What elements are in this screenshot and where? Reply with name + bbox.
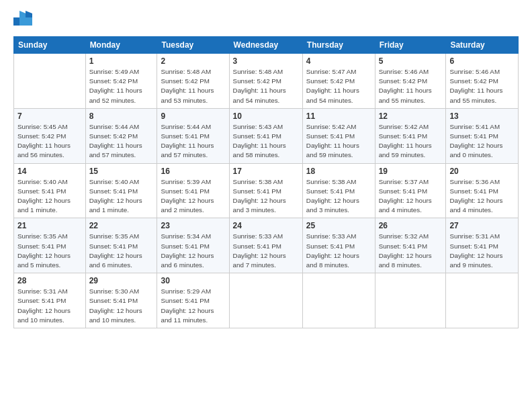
day-cell: 14Sunrise: 5:40 AM Sunset: 5:41 PM Dayli… — [14, 163, 86, 218]
day-cell: 10Sunrise: 5:43 AM Sunset: 5:41 PM Dayli… — [229, 108, 302, 163]
day-number: 14 — [17, 167, 82, 176]
day-cell: 26Sunrise: 5:32 AM Sunset: 5:41 PM Dayli… — [375, 218, 446, 273]
day-number: 8 — [89, 111, 154, 121]
day-cell: 8Sunrise: 5:44 AM Sunset: 5:42 PM Daylig… — [85, 108, 157, 163]
day-number: 2 — [161, 56, 225, 66]
weekday-header-friday: Friday — [375, 37, 446, 54]
calendar-table: SundayMondayTuesdayWednesdayThursdayFrid… — [13, 36, 519, 328]
logo — [13, 12, 35, 27]
day-info: Sunrise: 5:45 AM Sunset: 5:42 PM Dayligh… — [17, 122, 82, 161]
day-info: Sunrise: 5:42 AM Sunset: 5:41 PM Dayligh… — [379, 122, 443, 161]
day-cell: 19Sunrise: 5:37 AM Sunset: 5:41 PM Dayli… — [375, 163, 446, 218]
weekday-header-sunday: Sunday — [14, 37, 86, 54]
day-cell: 9Sunrise: 5:44 AM Sunset: 5:41 PM Daylig… — [157, 108, 229, 163]
day-cell: 18Sunrise: 5:38 AM Sunset: 5:41 PM Dayli… — [302, 163, 375, 218]
day-cell: 6Sunrise: 5:46 AM Sunset: 5:42 PM Daylig… — [446, 54, 519, 109]
day-number: 18 — [306, 167, 371, 176]
day-cell: 7Sunrise: 5:45 AM Sunset: 5:42 PM Daylig… — [14, 108, 86, 163]
day-cell: 16Sunrise: 5:39 AM Sunset: 5:41 PM Dayli… — [157, 163, 229, 218]
day-info: Sunrise: 5:33 AM Sunset: 5:41 PM Dayligh… — [233, 232, 299, 270]
day-cell — [14, 54, 86, 109]
day-info: Sunrise: 5:48 AM Sunset: 5:42 PM Dayligh… — [233, 67, 299, 105]
day-cell: 30Sunrise: 5:29 AM Sunset: 5:41 PM Dayli… — [157, 273, 229, 328]
day-cell: 29Sunrise: 5:30 AM Sunset: 5:41 PM Dayli… — [85, 273, 157, 328]
day-number: 17 — [233, 167, 299, 176]
day-number: 28 — [17, 276, 82, 285]
day-cell: 2Sunrise: 5:48 AM Sunset: 5:42 PM Daylig… — [157, 54, 229, 109]
day-cell — [302, 273, 375, 328]
week-row-4: 21Sunrise: 5:35 AM Sunset: 5:41 PM Dayli… — [14, 218, 519, 273]
weekday-header-saturday: Saturday — [446, 37, 519, 54]
day-info: Sunrise: 5:40 AM Sunset: 5:41 PM Dayligh… — [89, 177, 154, 216]
day-info: Sunrise: 5:49 AM Sunset: 5:42 PM Dayligh… — [89, 67, 154, 105]
day-info: Sunrise: 5:46 AM Sunset: 5:42 PM Dayligh… — [449, 67, 515, 105]
day-info: Sunrise: 5:31 AM Sunset: 5:41 PM Dayligh… — [17, 287, 82, 325]
week-row-3: 14Sunrise: 5:40 AM Sunset: 5:41 PM Dayli… — [14, 163, 519, 218]
header — [13, 12, 519, 27]
week-row-1: 1Sunrise: 5:49 AM Sunset: 5:42 PM Daylig… — [14, 54, 519, 109]
day-cell — [375, 273, 446, 328]
day-cell: 12Sunrise: 5:42 AM Sunset: 5:41 PM Dayli… — [375, 108, 446, 163]
day-number: 1 — [89, 56, 154, 66]
day-info: Sunrise: 5:30 AM Sunset: 5:41 PM Dayligh… — [89, 287, 154, 325]
day-number: 20 — [449, 167, 515, 176]
day-cell: 21Sunrise: 5:35 AM Sunset: 5:41 PM Dayli… — [14, 218, 86, 273]
day-cell: 13Sunrise: 5:41 AM Sunset: 5:41 PM Dayli… — [446, 108, 519, 163]
day-number: 15 — [89, 167, 154, 176]
day-cell: 23Sunrise: 5:34 AM Sunset: 5:41 PM Dayli… — [157, 218, 229, 273]
day-number: 21 — [17, 221, 82, 230]
day-info: Sunrise: 5:44 AM Sunset: 5:41 PM Dayligh… — [161, 122, 225, 161]
day-cell: 24Sunrise: 5:33 AM Sunset: 5:41 PM Dayli… — [229, 218, 302, 273]
day-number: 5 — [379, 56, 443, 66]
day-number: 11 — [306, 111, 371, 121]
day-number: 25 — [306, 221, 371, 230]
week-row-2: 7Sunrise: 5:45 AM Sunset: 5:42 PM Daylig… — [14, 108, 519, 163]
day-info: Sunrise: 5:43 AM Sunset: 5:41 PM Dayligh… — [233, 122, 299, 161]
weekday-header-monday: Monday — [85, 37, 157, 54]
day-info: Sunrise: 5:32 AM Sunset: 5:41 PM Dayligh… — [379, 232, 443, 270]
day-cell: 25Sunrise: 5:33 AM Sunset: 5:41 PM Dayli… — [302, 218, 375, 273]
day-number: 3 — [233, 56, 299, 66]
day-number: 27 — [449, 221, 515, 230]
day-cell: 5Sunrise: 5:46 AM Sunset: 5:42 PM Daylig… — [375, 54, 446, 109]
day-info: Sunrise: 5:44 AM Sunset: 5:42 PM Dayligh… — [89, 122, 154, 161]
day-number: 7 — [17, 111, 82, 121]
day-cell: 20Sunrise: 5:36 AM Sunset: 5:41 PM Dayli… — [446, 163, 519, 218]
day-cell — [229, 273, 302, 328]
day-cell: 27Sunrise: 5:31 AM Sunset: 5:41 PM Dayli… — [446, 218, 519, 273]
day-info: Sunrise: 5:40 AM Sunset: 5:41 PM Dayligh… — [17, 177, 82, 216]
day-number: 23 — [161, 221, 225, 230]
day-cell: 3Sunrise: 5:48 AM Sunset: 5:42 PM Daylig… — [229, 54, 302, 109]
day-number: 6 — [449, 56, 515, 66]
day-cell: 11Sunrise: 5:42 AM Sunset: 5:41 PM Dayli… — [302, 108, 375, 163]
day-info: Sunrise: 5:48 AM Sunset: 5:42 PM Dayligh… — [161, 67, 225, 105]
weekday-header-tuesday: Tuesday — [157, 37, 229, 54]
day-info: Sunrise: 5:46 AM Sunset: 5:42 PM Dayligh… — [379, 67, 443, 105]
page: SundayMondayTuesdayWednesdayThursdayFrid… — [0, 0, 532, 411]
logo-icon — [13, 11, 32, 26]
day-info: Sunrise: 5:47 AM Sunset: 5:42 PM Dayligh… — [306, 67, 371, 105]
weekday-header-row: SundayMondayTuesdayWednesdayThursdayFrid… — [14, 37, 519, 54]
day-cell: 1Sunrise: 5:49 AM Sunset: 5:42 PM Daylig… — [85, 54, 157, 109]
day-number: 4 — [306, 56, 371, 66]
day-info: Sunrise: 5:37 AM Sunset: 5:41 PM Dayligh… — [379, 177, 443, 216]
day-number: 26 — [379, 221, 443, 230]
day-number: 30 — [161, 276, 225, 285]
day-cell: 15Sunrise: 5:40 AM Sunset: 5:41 PM Dayli… — [85, 163, 157, 218]
day-info: Sunrise: 5:35 AM Sunset: 5:41 PM Dayligh… — [17, 232, 82, 270]
day-cell — [446, 273, 519, 328]
day-info: Sunrise: 5:41 AM Sunset: 5:41 PM Dayligh… — [449, 122, 515, 161]
day-info: Sunrise: 5:38 AM Sunset: 5:41 PM Dayligh… — [233, 177, 299, 216]
weekday-header-wednesday: Wednesday — [229, 37, 302, 54]
day-cell: 17Sunrise: 5:38 AM Sunset: 5:41 PM Dayli… — [229, 163, 302, 218]
svg-marker-2 — [26, 11, 32, 17]
day-info: Sunrise: 5:39 AM Sunset: 5:41 PM Dayligh… — [161, 177, 225, 216]
day-info: Sunrise: 5:35 AM Sunset: 5:41 PM Dayligh… — [89, 232, 154, 270]
weekday-header-thursday: Thursday — [302, 37, 375, 54]
day-cell: 22Sunrise: 5:35 AM Sunset: 5:41 PM Dayli… — [85, 218, 157, 273]
day-info: Sunrise: 5:36 AM Sunset: 5:41 PM Dayligh… — [449, 177, 515, 216]
day-cell: 4Sunrise: 5:47 AM Sunset: 5:42 PM Daylig… — [302, 54, 375, 109]
day-info: Sunrise: 5:33 AM Sunset: 5:41 PM Dayligh… — [306, 232, 371, 270]
day-number: 29 — [89, 276, 154, 285]
day-number: 19 — [379, 167, 443, 176]
